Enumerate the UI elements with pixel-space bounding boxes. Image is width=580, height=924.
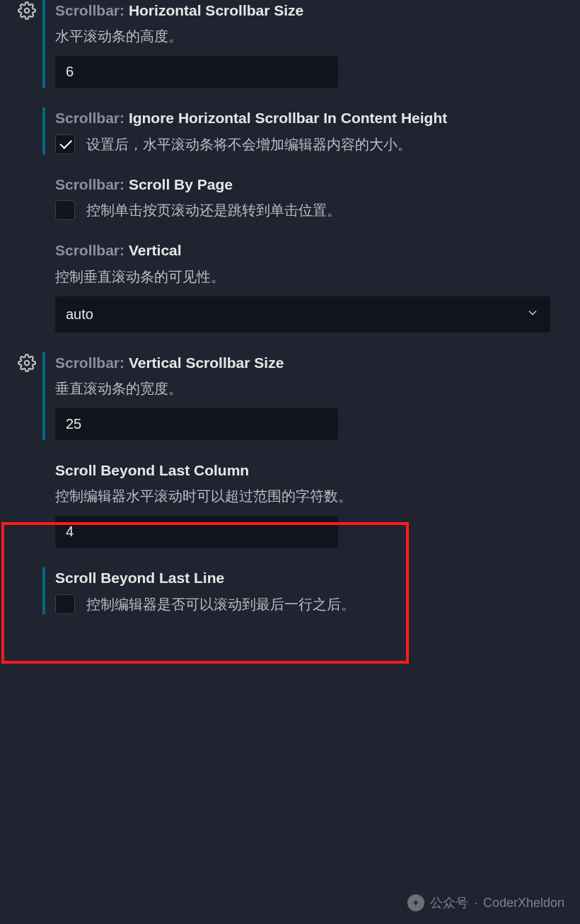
- setting-description: 控制垂直滚动条的可见性。: [55, 267, 569, 287]
- beyond-last-column-input[interactable]: [55, 516, 338, 548]
- svg-point-0: [25, 8, 30, 13]
- setting-vertical: Scrollbar: Vertical 控制垂直滚动条的可见性。 auto: [11, 240, 569, 332]
- setting-description: 控制单击按页滚动还是跳转到单击位置。: [86, 200, 341, 220]
- setting-scroll-by-page: Scrollbar: Scroll By Page 控制单击按页滚动还是跳转到单…: [11, 174, 569, 220]
- watermark: ✦ 公众号 · CoderXheldon: [407, 894, 564, 911]
- ignore-horizontal-checkbox[interactable]: [55, 134, 75, 154]
- wechat-icon: ✦: [407, 894, 424, 911]
- setting-title: Scrollbar: Vertical Scrollbar Size: [55, 352, 569, 373]
- setting-horizontal-scrollbar-size: Scrollbar: Horizontal Scrollbar Size 水平滚…: [11, 0, 569, 88]
- setting-title: Scrollbar: Horizontal Scrollbar Size: [55, 0, 569, 21]
- scroll-by-page-checkbox[interactable]: [55, 200, 75, 220]
- setting-scroll-beyond-last-line: Scroll Beyond Last Line 控制编辑器是否可以滚动到最后一行…: [11, 567, 569, 613]
- gear-icon[interactable]: [18, 354, 36, 372]
- setting-description: 设置后，水平滚动条将不会增加编辑器内容的大小。: [86, 134, 412, 154]
- horizontal-size-input[interactable]: [55, 56, 338, 88]
- setting-ignore-horizontal-scrollbar: Scrollbar: Ignore Horizontal Scrollbar I…: [11, 108, 569, 154]
- svg-point-1: [25, 360, 30, 365]
- setting-description: 控制编辑器水平滚动时可以超过范围的字符数。: [55, 486, 569, 506]
- setting-title: Scrollbar: Scroll By Page: [55, 174, 569, 195]
- setting-title: Scrollbar: Vertical: [55, 240, 569, 260]
- setting-description: 水平滚动条的高度。: [55, 26, 569, 46]
- vertical-select[interactable]: auto: [55, 296, 550, 333]
- setting-title: Scroll Beyond Last Column: [55, 460, 569, 480]
- setting-scroll-beyond-last-column: Scroll Beyond Last Column 控制编辑器水平滚动时可以超过…: [11, 460, 569, 548]
- setting-description: 控制编辑器是否可以滚动到最后一行之后。: [86, 594, 355, 614]
- setting-title: Scroll Beyond Last Line: [55, 567, 569, 588]
- setting-description: 垂直滚动条的宽度。: [55, 379, 569, 398]
- setting-title: Scrollbar: Ignore Horizontal Scrollbar I…: [55, 108, 569, 128]
- settings-list: Scrollbar: Horizontal Scrollbar Size 水平滚…: [0, 0, 580, 649]
- beyond-last-line-checkbox[interactable]: [55, 594, 75, 614]
- setting-vertical-scrollbar-size: Scrollbar: Vertical Scrollbar Size 垂直滚动条…: [11, 352, 569, 440]
- chevron-down-icon: [526, 306, 540, 323]
- gear-icon[interactable]: [18, 1, 36, 20]
- vertical-size-input[interactable]: [55, 408, 338, 440]
